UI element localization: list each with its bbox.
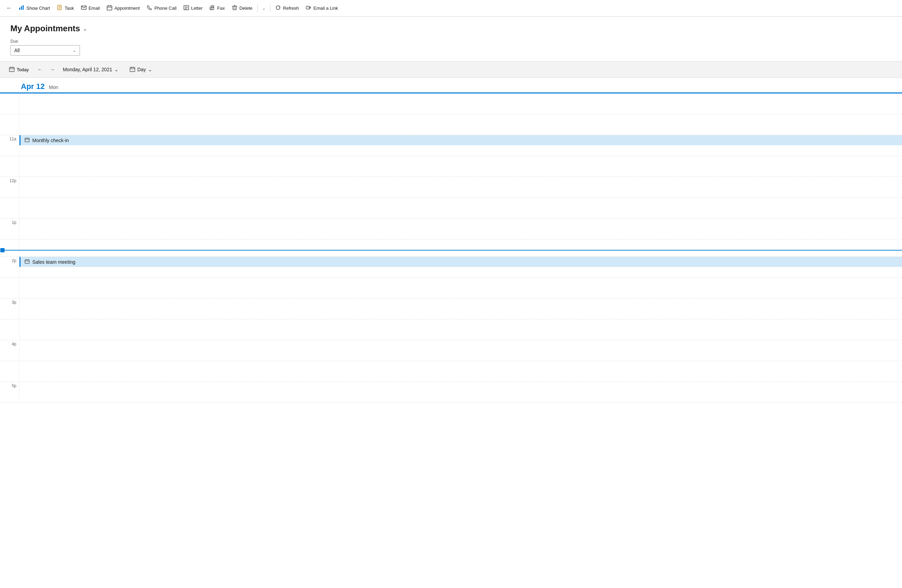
time-row-4p: 4p xyxy=(0,340,902,361)
time-label-2p: 2p xyxy=(0,257,19,277)
time-row xyxy=(0,94,902,114)
prev-date-button[interactable]: ← xyxy=(35,65,45,74)
task-icon xyxy=(57,5,63,11)
time-row-1230 xyxy=(0,198,902,219)
current-time-bar xyxy=(5,250,902,250)
svg-rect-2 xyxy=(23,5,23,10)
time-label-5p: 5p xyxy=(0,382,19,402)
view-calendar-icon xyxy=(130,66,135,73)
delete-label: Delete xyxy=(240,6,253,11)
appointment-label: Appointment xyxy=(114,6,140,11)
page-title: My Appointments xyxy=(11,23,80,33)
time-label-empty4 xyxy=(0,198,19,218)
date-chevron-icon: ⌄ xyxy=(114,67,119,72)
svg-rect-31 xyxy=(130,67,135,72)
calendar-body: Apr 12 Mon 11a xyxy=(0,78,902,403)
svg-rect-18 xyxy=(211,8,212,9)
time-row-430 xyxy=(0,361,902,382)
task-button[interactable]: Task xyxy=(53,3,78,14)
time-slot xyxy=(19,156,902,177)
page-title-row: My Appointments ⌄ xyxy=(11,23,891,33)
svg-rect-0 xyxy=(19,8,20,10)
appointment-monthly-checkin[interactable]: Monthly check-in xyxy=(19,135,902,145)
svg-rect-8 xyxy=(107,6,112,10)
appointment-block-icon-2 xyxy=(25,259,30,265)
next-arrow-icon: → xyxy=(50,67,55,72)
appointment-title-2: Sales team meeting xyxy=(32,259,75,265)
show-chart-icon xyxy=(19,5,24,11)
view-selector[interactable]: Day ⌄ xyxy=(127,65,155,75)
page-title-chevron[interactable]: ⌄ xyxy=(83,25,87,32)
time-row-11a: 11a Monthly check-in xyxy=(0,135,902,156)
refresh-button[interactable]: Refresh xyxy=(272,3,302,14)
refresh-icon xyxy=(275,5,281,11)
time-row-12p: 12p xyxy=(0,177,902,198)
email-link-label: Email a Link xyxy=(313,6,338,11)
time-row xyxy=(0,114,902,135)
time-label-1p: 1p xyxy=(0,219,19,239)
svg-rect-27 xyxy=(9,67,14,72)
svg-point-19 xyxy=(213,8,214,8)
time-slot-5p xyxy=(19,382,902,402)
time-row-130 xyxy=(0,239,902,257)
month-header: Apr 12 Mon xyxy=(0,78,902,94)
back-icon: ← xyxy=(6,5,12,12)
time-slot xyxy=(19,94,902,114)
due-filter-value: All xyxy=(14,48,70,53)
appointment-sales-meeting[interactable]: Sales team meeting xyxy=(19,257,902,267)
due-filter-label: Due xyxy=(11,39,891,44)
time-label-11a: 11a xyxy=(0,135,19,156)
time-label-3p: 3p xyxy=(0,299,19,319)
time-row-1130 xyxy=(0,156,902,177)
time-slot-2p: Sales team meeting xyxy=(19,257,902,277)
letter-label: Letter xyxy=(191,6,203,11)
delete-icon xyxy=(232,5,237,11)
email-button[interactable]: Email xyxy=(78,3,103,14)
time-grid: 11a Monthly check-in xyxy=(0,94,902,403)
time-row-1p: 1p xyxy=(0,219,902,239)
svg-rect-1 xyxy=(21,6,22,10)
letter-button[interactable]: Letter xyxy=(180,3,206,14)
more-actions-button[interactable]: ⌄ xyxy=(259,2,269,15)
fax-button[interactable]: Fax xyxy=(206,3,229,14)
page-header: My Appointments ⌄ xyxy=(0,17,902,39)
fax-label: Fax xyxy=(217,6,225,11)
time-slot-1p xyxy=(19,219,902,239)
time-label-empty3 xyxy=(0,156,19,177)
phone-call-button[interactable]: Phone Call xyxy=(143,3,180,14)
next-date-button[interactable]: → xyxy=(48,65,57,74)
email-link-button[interactable]: Email a Link xyxy=(302,3,342,14)
show-chart-button[interactable]: Show Chart xyxy=(15,3,53,14)
today-calendar-icon xyxy=(9,66,15,73)
time-label-empty6 xyxy=(0,278,19,298)
svg-rect-39 xyxy=(25,260,29,264)
delete-button[interactable]: Delete xyxy=(229,3,256,14)
time-slot-12p xyxy=(19,177,902,197)
date-selector[interactable]: Monday, April 12, 2021 ⌄ xyxy=(60,65,121,74)
time-slot xyxy=(19,198,902,218)
time-label-12p: 12p xyxy=(0,177,19,197)
refresh-label: Refresh xyxy=(283,6,299,11)
phone-call-label: Phone Call xyxy=(154,6,177,11)
due-filter-select[interactable]: All ⌄ xyxy=(11,45,80,56)
time-slot xyxy=(19,239,902,256)
time-slot-3p xyxy=(19,299,902,319)
email-label: Email xyxy=(89,6,100,11)
chevron-down-icon: ⌄ xyxy=(262,6,266,11)
today-button[interactable]: Today xyxy=(6,65,32,75)
appointment-icon xyxy=(107,5,112,11)
time-label-empty1 xyxy=(0,94,19,114)
toolbar-divider-2 xyxy=(270,4,271,13)
appointment-button[interactable]: Appointment xyxy=(103,3,143,14)
back-button[interactable]: ← xyxy=(3,2,15,15)
current-time-dot xyxy=(0,248,5,252)
time-label-empty2 xyxy=(0,114,19,135)
today-label: Today xyxy=(17,67,29,72)
view-chevron-icon: ⌄ xyxy=(148,67,152,72)
time-row-3p: 3p xyxy=(0,299,902,319)
due-filter-chevron: ⌄ xyxy=(73,48,76,53)
time-row-2p: 2p Sales team meeting xyxy=(0,257,902,278)
toolbar-divider xyxy=(257,4,258,13)
prev-arrow-icon: ← xyxy=(38,67,42,72)
phone-icon xyxy=(147,5,152,11)
